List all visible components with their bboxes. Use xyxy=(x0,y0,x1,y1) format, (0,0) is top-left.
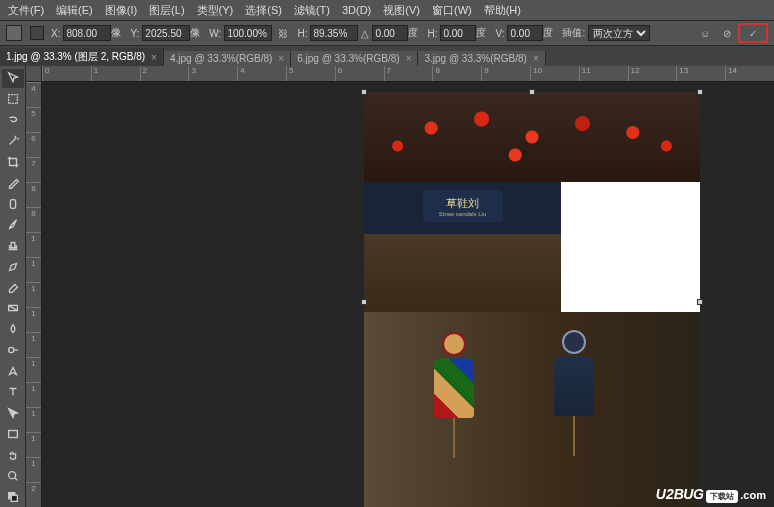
menu-image[interactable]: 图像(I) xyxy=(105,3,137,18)
menu-type[interactable]: 类型(Y) xyxy=(197,3,234,18)
ruler-v-tick: 1 xyxy=(26,382,41,407)
tool-colors[interactable] xyxy=(2,487,24,506)
ruler-h-tick: 9 xyxy=(481,66,530,81)
transform-handle-ml[interactable] xyxy=(361,299,367,305)
ruler-h-tick: 6 xyxy=(335,66,384,81)
hskew-unit: 度 xyxy=(476,26,486,40)
tab-3-label: 3.jpg @ 33.3%(RGB/8) xyxy=(424,53,526,64)
shop-sign: 草鞋刘 Straw sandals Liu xyxy=(423,190,503,222)
tool-eyedropper[interactable] xyxy=(2,174,24,193)
svg-rect-1 xyxy=(10,200,15,209)
vskew-input[interactable] xyxy=(507,25,543,41)
document-tabs: 1.jpg @ 33.3% (图层 2, RGB/8)× 4.jpg @ 33.… xyxy=(0,46,774,66)
watermark-prefix: U2 xyxy=(656,486,674,502)
ruler-h-tick: 7 xyxy=(384,66,433,81)
warp-icon[interactable]: ☺ xyxy=(697,25,713,41)
ruler-h-tick: 2 xyxy=(140,66,189,81)
tool-gradient[interactable] xyxy=(2,299,24,318)
ruler-h-tick: 5 xyxy=(286,66,335,81)
image-blank xyxy=(561,182,700,312)
tool-heal[interactable] xyxy=(2,194,24,213)
y-input[interactable] xyxy=(142,25,190,41)
tab-2-label: 6.jpg @ 33.3%(RGB/8) xyxy=(297,53,399,64)
tool-path[interactable] xyxy=(2,404,24,423)
ruler-corner xyxy=(26,66,42,82)
tool-hand[interactable] xyxy=(2,445,24,464)
transform-handle-tl[interactable] xyxy=(361,89,367,95)
ruler-h-tick: 0 xyxy=(42,66,91,81)
tab-0-label: 1.jpg @ 33.3% (图层 2, RGB/8) xyxy=(6,50,145,64)
workspace: 0 1 2 3 4 5 6 7 8 9 10 11 12 13 14 4 5 6… xyxy=(0,66,774,507)
tab-1[interactable]: 4.jpg @ 33.3%(RGB/8)× xyxy=(164,51,291,66)
angle-label: △ xyxy=(361,28,369,39)
menu-help[interactable]: 帮助(H) xyxy=(484,3,521,18)
interp-select[interactable]: 两次立方 xyxy=(588,25,650,41)
ruler-v-tick: 6 xyxy=(26,132,41,157)
menu-select[interactable]: 选择(S) xyxy=(245,3,282,18)
tab-1-label: 4.jpg @ 33.3%(RGB/8) xyxy=(170,53,272,64)
ruler-v-tick: 1 xyxy=(26,232,41,257)
svg-point-3 xyxy=(8,348,13,353)
tool-history[interactable] xyxy=(2,257,24,276)
puppet-2 xyxy=(544,330,604,460)
image-lanterns xyxy=(364,92,700,182)
transform-selection[interactable]: 草鞋刘 Straw sandals Liu xyxy=(364,92,700,507)
tool-rect[interactable] xyxy=(2,424,24,443)
canvas-area[interactable]: 0 1 2 3 4 5 6 7 8 9 10 11 12 13 14 4 5 6… xyxy=(26,66,774,507)
h-label: H: xyxy=(297,28,307,39)
menu-window[interactable]: 窗口(W) xyxy=(432,3,472,18)
tool-marquee[interactable] xyxy=(2,90,24,109)
tool-dodge[interactable] xyxy=(2,341,24,360)
ruler-h-tick: 12 xyxy=(628,66,677,81)
transform-handle-tm[interactable] xyxy=(529,89,535,95)
image-shop: 草鞋刘 Straw sandals Liu xyxy=(364,182,561,312)
tool-blur[interactable] xyxy=(2,320,24,339)
w-input[interactable] xyxy=(224,25,272,41)
tab-2[interactable]: 6.jpg @ 33.3%(RGB/8)× xyxy=(291,51,418,66)
tab-1-close-icon[interactable]: × xyxy=(278,53,284,64)
puppet-1 xyxy=(424,332,484,462)
ruler-v-tick: 7 xyxy=(26,157,41,182)
transform-handle-tr[interactable] xyxy=(697,89,703,95)
reference-point-icon[interactable] xyxy=(30,26,44,40)
shop-sign-main: 草鞋刘 xyxy=(446,196,479,211)
commit-transform-icon[interactable]: ✓ xyxy=(745,25,761,41)
tool-brush[interactable] xyxy=(2,215,24,234)
ruler-v-tick: 4 xyxy=(26,82,41,107)
menu-filter[interactable]: 滤镜(T) xyxy=(294,3,330,18)
x-input[interactable] xyxy=(63,25,111,41)
vskew-unit: 度 xyxy=(543,26,553,40)
menu-edit[interactable]: 编辑(E) xyxy=(56,3,93,18)
tab-0[interactable]: 1.jpg @ 33.3% (图层 2, RGB/8)× xyxy=(0,48,164,66)
tool-zoom[interactable] xyxy=(2,466,24,485)
x-unit: 像 xyxy=(111,26,121,40)
menu-view[interactable]: 视图(V) xyxy=(383,3,420,18)
menu-file[interactable]: 文件(F) xyxy=(8,3,44,18)
tool-stamp[interactable] xyxy=(2,236,24,255)
tool-wand[interactable] xyxy=(2,132,24,151)
menu-3d[interactable]: 3D(D) xyxy=(342,4,371,16)
tool-crop[interactable] xyxy=(2,153,24,172)
watermark: U2 BUG 下载站 .com xyxy=(656,486,766,503)
svg-point-5 xyxy=(8,471,15,478)
hskew-input[interactable] xyxy=(440,25,476,41)
transform-handle-mr[interactable] xyxy=(697,299,703,305)
current-tool-icon[interactable] xyxy=(6,25,22,41)
tab-0-close-icon[interactable]: × xyxy=(151,52,157,63)
menu-layer[interactable]: 图层(L) xyxy=(149,3,184,18)
tab-2-close-icon[interactable]: × xyxy=(406,53,412,64)
tool-eraser[interactable] xyxy=(2,278,24,297)
angle-input[interactable] xyxy=(372,25,408,41)
link-icon[interactable]: ⛓ xyxy=(275,25,291,41)
tool-move[interactable] xyxy=(2,69,24,88)
cancel-transform-icon[interactable]: ⊘ xyxy=(719,25,735,41)
tool-pen[interactable] xyxy=(2,362,24,381)
h-input[interactable] xyxy=(310,25,358,41)
ruler-v-tick: 1 xyxy=(26,257,41,282)
interp-label: 插值: xyxy=(562,26,585,40)
tool-lasso[interactable] xyxy=(2,111,24,130)
ruler-v-tick: 8 xyxy=(26,207,41,232)
tab-3-close-icon[interactable]: × xyxy=(533,53,539,64)
tab-3[interactable]: 3.jpg @ 33.3%(RGB/8)× xyxy=(418,51,545,66)
tool-type[interactable] xyxy=(2,383,24,402)
